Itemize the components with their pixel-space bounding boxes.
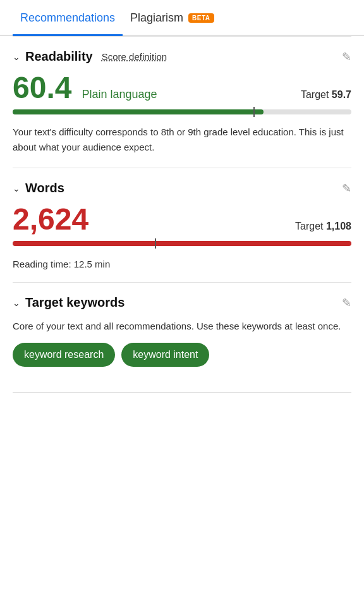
words-edit-icon[interactable]: ✎ xyxy=(342,182,351,195)
readability-score-row: 60.4 Plain language Target 59.7 xyxy=(13,73,351,103)
keywords-row: keyword research keyword intent xyxy=(13,343,351,367)
target-keywords-title-group: ⌄ Target keywords xyxy=(13,295,124,310)
keyword-chip-2[interactable]: keyword intent xyxy=(121,343,209,367)
words-chevron-icon[interactable]: ⌄ xyxy=(13,183,20,194)
reading-time: Reading time: 12.5 min xyxy=(13,256,351,269)
target-keywords-section: ⌄ Target keywords ✎ Core of your text an… xyxy=(0,283,364,392)
readability-header: ⌄ Readability Score definition ✎ xyxy=(13,49,351,64)
readability-title: Readability xyxy=(25,49,93,64)
words-progress-bar xyxy=(13,241,351,246)
keywords-description: Core of your text and all recommendation… xyxy=(13,319,351,334)
beta-badge: BETA xyxy=(188,13,214,23)
words-score-row: 2,624 Target 1,108 xyxy=(13,204,351,235)
words-header: ⌄ Words ✎ xyxy=(13,181,351,195)
recommendations-tab-label: Recommendations xyxy=(20,11,115,24)
tab-recommendations[interactable]: Recommendations xyxy=(13,0,123,35)
words-score-value: 2,624 xyxy=(13,204,88,235)
plagiarism-tab-label: Plagiarism xyxy=(130,11,183,25)
readability-score-value: 60.4 xyxy=(13,73,71,103)
score-definition-link[interactable]: Score definition xyxy=(102,51,167,62)
words-progress-marker xyxy=(155,238,156,249)
readability-chevron-icon[interactable]: ⌄ xyxy=(13,52,20,62)
readability-section: ⌄ Readability Score definition ✎ 60.4 Pl… xyxy=(0,37,364,155)
bottom-divider xyxy=(13,392,351,393)
words-title: Words xyxy=(25,181,64,195)
readability-description: Your text's difficulty corresponds to 8t… xyxy=(13,125,351,155)
words-target-value: 1,108 xyxy=(326,221,351,231)
words-section: ⌄ Words ✎ 2,624 Target 1,108 Reading tim… xyxy=(0,168,364,269)
readability-progress-marker xyxy=(253,107,255,117)
readability-title-group: ⌄ Readability Score definition xyxy=(13,49,167,64)
target-keywords-title: Target keywords xyxy=(25,295,124,310)
readability-score-label: Plain language xyxy=(82,88,157,101)
words-title-group: ⌄ Words xyxy=(13,181,64,195)
readability-edit-icon[interactable]: ✎ xyxy=(342,50,351,64)
target-keywords-chevron-icon[interactable]: ⌄ xyxy=(13,298,20,308)
words-progress-fill xyxy=(13,241,351,246)
readability-target: Target 59.7 xyxy=(301,89,351,101)
keyword-chip-1[interactable]: keyword research xyxy=(13,343,115,367)
readability-progress-fill xyxy=(13,109,264,114)
words-target: Target 1,108 xyxy=(295,221,351,232)
nav-tabs: Recommendations Plagiarism BETA xyxy=(0,0,364,36)
readability-target-value: 59.7 xyxy=(332,89,351,100)
tab-plagiarism[interactable]: Plagiarism BETA xyxy=(123,0,222,35)
target-keywords-edit-icon[interactable]: ✎ xyxy=(342,296,351,310)
target-keywords-header: ⌄ Target keywords ✎ xyxy=(13,295,351,310)
readability-progress-bar xyxy=(13,109,351,114)
